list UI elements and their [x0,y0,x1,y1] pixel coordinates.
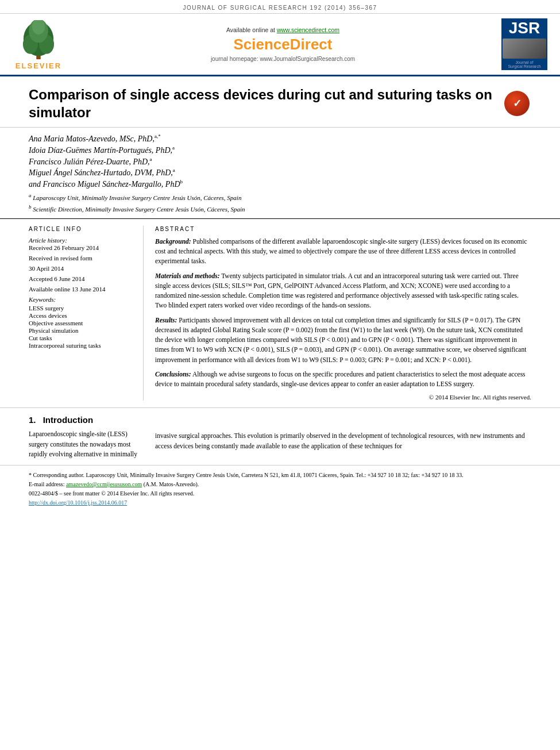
copyright-line: © 2014 Elsevier Inc. All rights reserved… [155,394,531,401]
center-banner: Available online at www.sciencedirect.co… [76,18,490,70]
introduction-section: 1. Introduction Laparoendoscopic single-… [0,408,560,459]
intro-right: invasive surgical approaches. This evolu… [155,415,531,459]
jsr-subtitle: Journal ofSurgical Research [508,60,540,68]
keyword-5: Cut tasks [29,334,134,341]
revised-date: 30 April 2014 [29,265,134,272]
keywords-label: Keywords: [29,296,134,303]
footnote-doi: http://dx.doi.org/10.1016/j.jss.2014.06.… [29,499,531,507]
accepted-value: Accepted 6 June 2014 [29,275,134,282]
footnote-email: E-mail address: amazevedo@ccmijesususon.… [29,480,531,489]
journal-title: JOURNAL OF SURGICAL RESEARCH 192 (2014) … [183,5,377,11]
abstract-col: ABSTRACT Background: Published compariso… [155,226,531,401]
keyword-3: Objective assessment [29,320,134,326]
history-label: Article history: [29,237,134,244]
author-2: Idoia Díaz-Guëmes Martín-Portugués, PhD,… [29,145,531,155]
revised-label: Received in revised form [29,255,134,261]
article-info-header: ARTICLE INFO [29,226,134,232]
email-link[interactable]: amazevedo@ccmijesususon.com [66,481,142,487]
top-banner: ELSEVIER Available online at www.science… [0,14,560,76]
keyword-6: Intracorporeal suturing tasks [29,342,134,349]
keyword-2: Access devices [29,312,134,319]
section-number: 1. [29,415,36,425]
article-title-text: Comparison of single access devices duri… [29,86,497,121]
crossmark-badge[interactable]: ✓ [503,89,531,118]
author-4: Miguel Ángel Sánchez-Hurtado, DVM, PhD,a [29,167,531,178]
sciencedirect-link[interactable]: www.sciencedirect.com [277,26,339,33]
jsr-logo-box: JSR Journal ofSurgical Research [496,18,553,70]
crossmark-icon[interactable]: ✓ [504,91,530,116]
abstract-conclusions: Conclusions: Although we advise surgeons… [155,370,531,390]
available-value: Available online 13 June 2014 [29,286,134,293]
section-title: Introduction [43,415,93,425]
jsr-image [503,39,546,59]
available-online-text: Available online at www.sciencedirect.co… [226,26,339,33]
authors-section: Ana Maria Matos-Azevedo, MSc, PhD,a,* Id… [0,128,560,219]
abstract-methods: Materials and methods: Twenty subjects p… [155,271,531,311]
keyword-1: LESS surgery [29,305,134,311]
abstract-results: Results: Participants showed improvement… [155,316,531,365]
elsevier-tree-icon [16,20,61,60]
doi-link[interactable]: http://dx.doi.org/10.1016/j.jss.2014.06.… [29,499,127,506]
affiliation-a: a Laparoscopy Unit, Minimally Invasive S… [29,193,531,201]
intro-left-para: Laparoendoscopic single-site (LESS) surg… [29,429,144,459]
elsevier-wordmark: ELSEVIER [16,61,61,70]
article-info-col: ARTICLE INFO Article history: Received 2… [29,226,144,401]
footnote-license: 0022-4804/$ – see front matter © 2014 El… [29,490,531,498]
author-3: Francisco Julián Pérez-Duarte, PhD,a [29,156,531,167]
article-title-section: Comparison of single access devices duri… [0,76,560,128]
journal-header: JOURNAL OF SURGICAL RESEARCH 192 (2014) … [0,0,560,14]
received-value: Received 26 February 2014 [29,244,134,251]
affiliation-b: b Scientific Direction, Minimally Invasi… [29,204,531,213]
abstract-header: ABSTRACT [155,226,531,232]
abstract-background: Background: Published comparisons of the… [155,237,531,267]
page-wrapper: JOURNAL OF SURGICAL RESEARCH 192 (2014) … [0,0,560,514]
elsevier-logo: ELSEVIER [7,18,70,70]
article-info-abstract-section: ARTICLE INFO Article history: Received 2… [0,219,560,409]
footnote-section: * Corresponding author. Laparoscopy Unit… [0,465,560,514]
jsr-letters: JSR [509,20,540,36]
intro-right-para: invasive surgical approaches. This evolu… [155,431,531,451]
jsr-logo: JSR Journal ofSurgical Research [501,18,547,70]
journal-homepage: journal homepage: www.JournalofSurgicalR… [211,56,355,62]
article-title: Comparison of single access devices duri… [29,86,497,121]
intro-left: 1. Introduction Laparoendoscopic single-… [29,415,144,459]
sciencedirect-logo: ScienceDirect [234,36,333,53]
author-1: Ana Maria Matos-Azevedo, MSc, PhD,a,* [29,133,531,144]
section-1-heading: 1. Introduction [29,415,144,425]
author-5: and Francisco Miguel Sánchez-Margallo, P… [29,179,531,189]
footnote-star: * Corresponding author. Laparoscopy Unit… [29,471,531,479]
keyword-4: Physical simulation [29,327,134,334]
